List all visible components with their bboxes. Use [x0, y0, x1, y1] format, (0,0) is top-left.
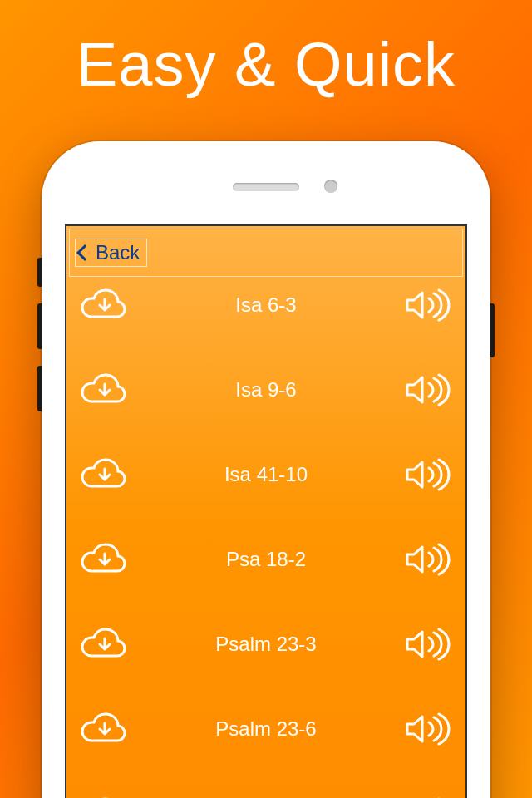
- cloud-download-icon[interactable]: [81, 288, 128, 322]
- speaker-icon[interactable]: [404, 712, 451, 746]
- list-item: Isa 6-3: [66, 263, 466, 347]
- list-item: Psalm 23-3: [66, 602, 466, 687]
- track-title: Isa 9-6: [128, 378, 404, 401]
- track-title: Psalm 23-3: [128, 633, 404, 656]
- cloud-download-icon[interactable]: [81, 373, 128, 406]
- speaker-icon[interactable]: [404, 543, 451, 576]
- phone-frame: Back Isa 6-3 Isa 9-6: [42, 141, 490, 798]
- speaker-icon[interactable]: [404, 373, 451, 406]
- back-label: Back: [96, 241, 140, 264]
- list-item: Psalm 23-6: [66, 687, 466, 771]
- cloud-download-icon[interactable]: [81, 712, 128, 746]
- list-item: Psalm 96-13: [66, 771, 466, 798]
- track-list: Isa 6-3 Isa 9-6 Isa 41-10: [66, 263, 466, 798]
- track-title: Isa 6-3: [128, 293, 404, 317]
- track-title: Psalm 23-6: [128, 717, 404, 741]
- phone-speaker: [233, 183, 299, 191]
- back-button[interactable]: Back: [75, 239, 147, 267]
- speaker-icon[interactable]: [404, 288, 451, 322]
- speaker-icon[interactable]: [404, 628, 451, 661]
- cloud-download-icon[interactable]: [81, 628, 128, 661]
- track-title: Psa 18-2: [128, 548, 404, 571]
- list-item: Psa 18-2: [66, 517, 466, 602]
- phone-camera: [324, 180, 337, 193]
- phone-side-buttons: [37, 258, 42, 428]
- app-screen: Back Isa 6-3 Isa 9-6: [65, 224, 467, 798]
- track-title: Isa 41-10: [128, 463, 404, 486]
- chevron-left-icon: [76, 244, 93, 261]
- phone-power-button: [490, 303, 495, 357]
- list-item: Isa 9-6: [66, 347, 466, 432]
- cloud-download-icon[interactable]: [81, 543, 128, 576]
- speaker-icon[interactable]: [404, 458, 451, 491]
- list-item: Isa 41-10: [66, 432, 466, 517]
- cloud-download-icon[interactable]: [81, 458, 128, 491]
- promo-headline: Easy & Quick: [0, 0, 532, 100]
